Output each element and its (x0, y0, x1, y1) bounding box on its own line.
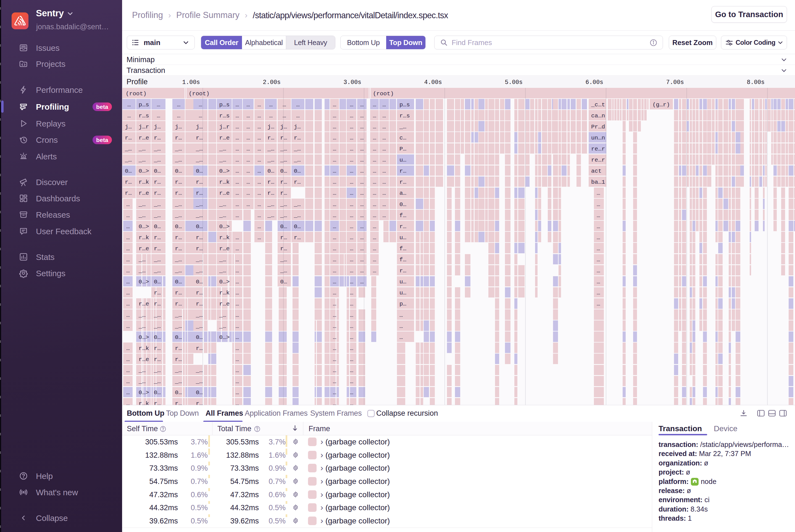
svg-text:…: … (269, 113, 273, 119)
svg-text:r…: r… (175, 234, 182, 241)
svg-text:r…: r… (175, 356, 182, 363)
svg-text:r…: r… (196, 135, 203, 141)
svg-text:_…: _… (175, 268, 182, 274)
svg-text:r…: r… (125, 190, 132, 196)
svg-text:0…: 0… (294, 168, 301, 174)
svg-text:p…s: p…s (399, 102, 410, 108)
svg-text:8.00s: 8.00s (747, 79, 764, 86)
svg-text:…: … (177, 113, 181, 119)
svg-text:r…: r… (399, 179, 406, 185)
svg-text:…: … (246, 190, 250, 196)
svg-text:0…>: 0…> (219, 279, 230, 285)
svg-text:r…: r… (154, 246, 161, 252)
svg-text:r…: r… (154, 400, 161, 405)
svg-text:_…: _… (138, 146, 146, 152)
svg-text:r…: r… (154, 135, 161, 141)
svg-text:0…: 0… (196, 390, 203, 396)
svg-text:…: … (235, 345, 239, 352)
svg-text:…: … (360, 113, 364, 119)
svg-text:…: … (333, 246, 337, 252)
svg-text:…: … (157, 113, 160, 119)
svg-text:…: … (373, 246, 376, 252)
svg-text:0…: 0… (196, 224, 203, 230)
svg-text:…: … (235, 102, 239, 108)
svg-text:…: … (269, 102, 273, 108)
svg-text:…: … (350, 246, 354, 252)
svg-text:_…: _… (399, 124, 406, 130)
svg-text:Pr…d: Pr…d (591, 124, 605, 130)
svg-text:_…: _… (138, 378, 146, 385)
svg-text:u…: u… (399, 157, 406, 163)
svg-text:…: … (126, 356, 130, 363)
svg-text:re…r: re…r (591, 157, 605, 163)
svg-text:un…n: un…n (591, 135, 605, 141)
svg-text:…: … (235, 268, 239, 274)
svg-text:…: … (350, 201, 354, 208)
svg-text:r…: r… (175, 345, 182, 352)
svg-text:…: … (350, 256, 354, 263)
svg-text:…: … (350, 179, 354, 185)
svg-text:r…: r… (154, 356, 161, 363)
svg-text:…: … (350, 334, 354, 341)
svg-text:_…: _… (138, 268, 146, 274)
svg-text:0…: 0… (175, 334, 182, 341)
svg-text:ba…1: ba…1 (591, 179, 605, 185)
svg-text:…: … (235, 356, 239, 363)
svg-text:_…: _… (175, 157, 182, 163)
svg-text:r…: r… (294, 135, 301, 141)
svg-text:…: … (333, 279, 337, 285)
svg-text:_…: _… (175, 367, 182, 374)
svg-text:_…: _… (267, 201, 274, 208)
svg-text:…: … (350, 268, 354, 274)
svg-text:r…: r… (175, 246, 182, 252)
svg-text:…: … (350, 390, 354, 396)
svg-text:…: … (360, 256, 364, 263)
svg-text:…: … (333, 224, 337, 230)
svg-text:…: … (333, 378, 337, 385)
svg-text:0…: 0… (175, 390, 182, 396)
svg-text:_…: _… (138, 312, 146, 319)
svg-text:3.00s: 3.00s (343, 79, 361, 86)
svg-text:_…: _… (154, 367, 161, 374)
svg-text:0…: 0… (196, 279, 203, 285)
svg-text:r…: r… (399, 268, 406, 274)
svg-text:…: … (350, 146, 354, 152)
svg-text:…: … (350, 190, 354, 196)
svg-text:_…: _… (219, 146, 226, 152)
svg-text:…: … (235, 157, 239, 163)
svg-text:…: … (126, 367, 130, 374)
svg-text:…: … (399, 334, 403, 341)
svg-text:…: … (258, 168, 261, 174)
svg-text:…: … (296, 102, 300, 108)
svg-text:…: … (333, 301, 337, 307)
svg-text:…: … (360, 146, 364, 152)
svg-text:r…: r… (154, 234, 161, 241)
svg-text:_…: _… (175, 256, 182, 263)
svg-text:…: … (597, 234, 600, 241)
svg-text:0…: 0… (154, 168, 161, 174)
svg-text:…: … (373, 256, 376, 263)
svg-text:…: … (373, 234, 376, 241)
svg-text:…: … (373, 135, 376, 141)
svg-text:_…: _… (195, 268, 203, 274)
svg-text:…: … (373, 268, 376, 274)
svg-text:…: … (126, 301, 130, 307)
svg-text:…: … (235, 312, 239, 319)
svg-text:r…: r… (154, 345, 161, 352)
svg-text:…: … (597, 256, 600, 263)
svg-text:r…: r… (125, 179, 132, 185)
svg-text:…: … (258, 224, 261, 230)
svg-text:r…e: r…e (219, 190, 230, 196)
svg-text:…: … (235, 246, 239, 252)
svg-text:(g…r): (g…r) (652, 102, 670, 108)
svg-text:r…: r… (196, 301, 203, 307)
svg-text:r…e: r…e (139, 246, 149, 252)
svg-text:0…: 0… (294, 224, 301, 230)
svg-text:…: … (126, 400, 130, 405)
svg-text:…: … (283, 113, 286, 119)
svg-text:…: … (199, 102, 203, 108)
svg-text:…: … (126, 256, 130, 263)
svg-text:…: … (126, 312, 130, 319)
svg-text:r…s: r…s (219, 113, 230, 119)
svg-text:…: … (126, 234, 130, 241)
